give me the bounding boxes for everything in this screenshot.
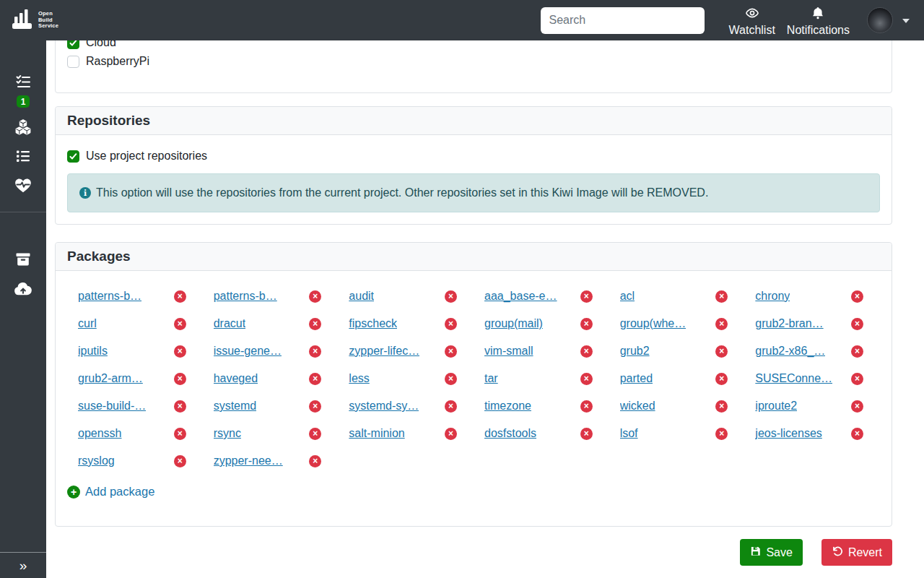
- remove-package-button[interactable]: ×: [445, 373, 457, 385]
- search-input[interactable]: [541, 7, 705, 34]
- remove-package-button[interactable]: ×: [851, 290, 863, 303]
- sidebar-item-upload[interactable]: [13, 280, 33, 299]
- remove-package-button[interactable]: ×: [715, 318, 728, 330]
- remove-package-button[interactable]: ×: [174, 428, 186, 440]
- package-link[interactable]: rsyslog: [78, 454, 115, 467]
- package-link[interactable]: patterns-b…: [214, 290, 277, 303]
- package-cell: timezone×: [474, 392, 609, 420]
- remove-package-button[interactable]: ×: [174, 455, 186, 467]
- remove-package-button[interactable]: ×: [580, 428, 593, 440]
- package-link[interactable]: systemd-sy…: [349, 400, 419, 413]
- remove-package-button[interactable]: ×: [851, 373, 863, 385]
- remove-package-button[interactable]: ×: [851, 318, 863, 330]
- package-link[interactable]: haveged: [214, 372, 258, 385]
- remove-package-button[interactable]: ×: [851, 428, 863, 440]
- package-link[interactable]: wicked: [620, 400, 655, 413]
- remove-package-button[interactable]: ×: [580, 318, 593, 330]
- package-link[interactable]: grub2-arm…: [78, 372, 143, 385]
- package-link[interactable]: rsync: [214, 427, 241, 440]
- package-cell: audit×: [338, 282, 474, 310]
- add-package-link[interactable]: + Add package: [67, 485, 154, 499]
- sidebar-item-tasks[interactable]: [13, 74, 33, 92]
- remove-package-button[interactable]: ×: [445, 400, 457, 413]
- package-link[interactable]: zypper-lifec…: [349, 345, 419, 358]
- remove-package-button[interactable]: ×: [445, 290, 457, 303]
- package-link[interactable]: issue-gene…: [214, 345, 282, 358]
- remove-package-button[interactable]: ×: [309, 428, 321, 440]
- package-link[interactable]: timezone: [484, 400, 531, 413]
- remove-package-button[interactable]: ×: [309, 455, 321, 467]
- remove-package-button[interactable]: ×: [174, 290, 186, 303]
- remove-package-button[interactable]: ×: [715, 428, 728, 440]
- package-link[interactable]: systemd: [214, 400, 257, 413]
- remove-package-button[interactable]: ×: [309, 373, 321, 385]
- package-link[interactable]: parted: [620, 372, 653, 385]
- package-link[interactable]: patterns-b…: [78, 290, 141, 303]
- package-link[interactable]: tar: [484, 372, 498, 385]
- package-link[interactable]: audit: [349, 290, 374, 303]
- sidebar-item-repositories[interactable]: [13, 251, 33, 270]
- sidebar-item-list[interactable]: [13, 148, 33, 167]
- sidebar-collapse-button[interactable]: »: [0, 552, 46, 578]
- package-link[interactable]: SUSEConne…: [755, 372, 832, 385]
- package-link[interactable]: aaa_base-e…: [484, 290, 557, 303]
- profile-checkbox[interactable]: [67, 56, 79, 68]
- obs-logo[interactable]: Open Build Service: [0, 7, 58, 33]
- remove-package-button[interactable]: ×: [445, 428, 457, 440]
- package-link[interactable]: grub2-x86_…: [755, 345, 825, 358]
- remove-package-button[interactable]: ×: [309, 400, 321, 413]
- remove-package-button[interactable]: ×: [174, 318, 186, 330]
- remove-package-button[interactable]: ×: [580, 345, 593, 358]
- remove-package-button[interactable]: ×: [445, 318, 457, 330]
- package-link[interactable]: grub2-bran…: [755, 317, 823, 330]
- notifications-button[interactable]: Notifications: [781, 4, 855, 37]
- package-link[interactable]: iproute2: [755, 400, 797, 413]
- revert-button[interactable]: Revert: [821, 539, 892, 566]
- remove-package-button[interactable]: ×: [309, 318, 321, 330]
- save-button[interactable]: Save: [740, 539, 802, 566]
- package-link[interactable]: group(whe…: [620, 317, 687, 330]
- package-cell: haveged×: [203, 365, 339, 392]
- package-link[interactable]: acl: [620, 290, 635, 303]
- sidebar-item-packages[interactable]: [13, 119, 33, 138]
- remove-package-button[interactable]: ×: [174, 400, 186, 413]
- package-link[interactable]: fipscheck: [349, 317, 397, 330]
- remove-package-button[interactable]: ×: [174, 373, 186, 385]
- remove-package-button[interactable]: ×: [715, 400, 728, 413]
- package-link[interactable]: curl: [78, 317, 97, 330]
- package-link[interactable]: suse-build-…: [78, 400, 146, 413]
- package-cell: aaa_base-e…×: [474, 282, 609, 310]
- remove-package-button[interactable]: ×: [715, 345, 728, 358]
- use-project-repositories-checkbox[interactable]: [67, 150, 79, 163]
- sidebar-item-monitor[interactable]: [13, 177, 33, 196]
- package-link[interactable]: salt-minion: [349, 427, 404, 440]
- package-link[interactable]: jeos-licenses: [755, 427, 821, 440]
- remove-package-button[interactable]: ×: [715, 373, 728, 385]
- watchlist-button[interactable]: Watchlist: [723, 4, 781, 37]
- package-link[interactable]: openssh: [78, 427, 122, 440]
- package-link[interactable]: dosfstools: [484, 427, 536, 440]
- remove-package-button[interactable]: ×: [851, 400, 863, 413]
- package-link[interactable]: iputils: [78, 345, 108, 358]
- package-link[interactable]: group(mail): [484, 317, 543, 330]
- package-link[interactable]: dracut: [214, 317, 245, 330]
- remove-package-button[interactable]: ×: [309, 345, 321, 358]
- remove-package-button[interactable]: ×: [580, 373, 593, 385]
- remove-package-button[interactable]: ×: [174, 345, 186, 358]
- package-link[interactable]: lsof: [620, 427, 638, 440]
- packages-card: Packages patterns-b…×patterns-b…×audit×a…: [55, 242, 892, 527]
- remove-package-button[interactable]: ×: [580, 290, 593, 303]
- package-link[interactable]: grub2: [620, 345, 650, 358]
- remove-package-button[interactable]: ×: [851, 345, 863, 358]
- user-menu[interactable]: [867, 7, 910, 33]
- package-link[interactable]: chrony: [755, 290, 790, 303]
- remove-package-button[interactable]: ×: [309, 290, 321, 303]
- remove-package-button[interactable]: ×: [580, 400, 593, 413]
- package-cell: lsof×: [609, 420, 745, 447]
- plus-circle-icon: +: [67, 486, 80, 499]
- remove-package-button[interactable]: ×: [715, 290, 728, 303]
- package-link[interactable]: less: [349, 372, 369, 385]
- remove-package-button[interactable]: ×: [445, 345, 457, 358]
- package-link[interactable]: zypper-nee…: [214, 454, 283, 467]
- package-link[interactable]: vim-small: [484, 345, 533, 358]
